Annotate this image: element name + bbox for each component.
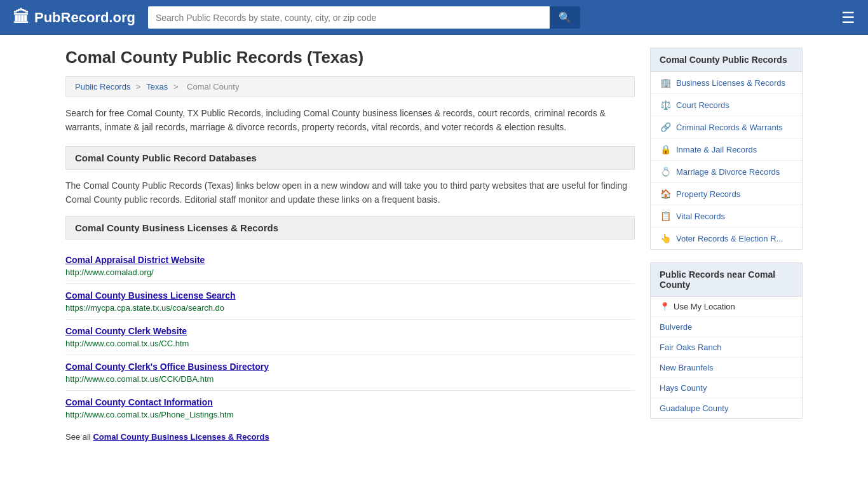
business-section-header: Comal County Business Licenses & Records: [65, 216, 635, 240]
record-title-4[interactable]: Comal County Contact Information: [65, 397, 635, 407]
nearby-label-2: Fair Oaks Ranch: [660, 342, 722, 352]
sidebar-link-label-1: Court Records: [676, 100, 729, 110]
record-entry: Comal County Clerk's Office Business Dir…: [65, 355, 635, 391]
breadcrumb: Public Records > Texas > Comal County: [65, 76, 635, 97]
databases-description: The Comal County Public Records (Texas) …: [65, 179, 635, 207]
menu-button[interactable]: ☰: [841, 9, 855, 27]
sidebar-link-6[interactable]: 📋Vital Records: [651, 205, 802, 227]
building-icon: 🏛: [13, 8, 29, 27]
sidebar-link-label-6: Vital Records: [676, 212, 725, 221]
record-title-1[interactable]: Comal County Business License Search: [65, 290, 635, 301]
breadcrumb-texas[interactable]: Texas: [146, 82, 168, 92]
record-entry: Comal County Business License Search htt…: [65, 284, 635, 320]
record-entry: Comal Appraisal District Website http://…: [65, 248, 635, 284]
sidebar-links: 🏢Business Licenses & Records⚖️Court Reco…: [651, 72, 802, 249]
sidebar-icon-6: 📋: [660, 211, 671, 221]
sidebar-icon-0: 🏢: [660, 78, 671, 88]
logo[interactable]: 🏛 PubRecord.org: [13, 8, 135, 27]
page-description: Search for free Comal County, TX Public …: [65, 106, 635, 135]
content-area: Comal County Public Records (Texas) Publ…: [65, 48, 635, 442]
sidebar-link-0[interactable]: 🏢Business Licenses & Records: [651, 72, 802, 94]
nearby-label-1: Bulverde: [660, 322, 692, 332]
sidebar-icon-1: ⚖️: [660, 100, 671, 110]
nearby-item-0[interactable]: 📍Use My Location: [651, 297, 802, 317]
sidebar-nearby-header: Public Records near Comal County: [651, 263, 802, 297]
search-button[interactable]: 🔍: [550, 6, 580, 29]
record-entry: Comal County Contact Information http://…: [65, 391, 635, 426]
main-container: Comal County Public Records (Texas) Publ…: [53, 35, 815, 454]
nearby-item-3[interactable]: New Braunfels: [651, 358, 802, 378]
record-url-2: http://www.co.comal.tx.us/CC.htm: [65, 339, 189, 348]
breadcrumb-public-records[interactable]: Public Records: [75, 82, 130, 92]
nearby-label-5: Guadalupe County: [660, 403, 728, 413]
sidebar-link-label-7: Voter Records & Election R...: [676, 234, 783, 243]
sidebar-link-label-5: Property Records: [676, 189, 740, 199]
nearby-label-4: Hays County: [660, 383, 707, 393]
sidebar-link-label-2: Criminal Records & Warrants: [676, 123, 783, 132]
nearby-label-0: Use My Location: [674, 302, 735, 311]
sidebar-icon-5: 🏠: [660, 189, 671, 199]
sidebar-nearby-list: 📍Use My LocationBulverdeFair Oaks RanchN…: [651, 297, 802, 418]
nearby-label-3: New Braunfels: [660, 363, 714, 372]
sidebar-icon-3: 🔒: [660, 144, 671, 154]
sidebar-public-records-header: Comal County Public Records: [651, 48, 802, 72]
records-list: Comal Appraisal District Website http://…: [65, 248, 635, 426]
nearby-item-5[interactable]: Guadalupe County: [651, 398, 802, 418]
see-all-link[interactable]: Comal County Business Licenses & Records: [93, 432, 269, 442]
sidebar-icon-7: 👆: [660, 233, 671, 243]
nearby-item-2[interactable]: Fair Oaks Ranch: [651, 337, 802, 358]
record-url-0: http://www.comalad.org/: [65, 268, 154, 277]
record-title-0[interactable]: Comal Appraisal District Website: [65, 255, 635, 265]
search-bar: 🔍: [148, 6, 580, 29]
record-url-4: http://www.co.comal.tx.us/Phone_Listings…: [65, 410, 233, 419]
sidebar-link-label-0: Business Licenses & Records: [676, 78, 785, 88]
nearby-item-1[interactable]: Bulverde: [651, 317, 802, 337]
location-icon: 📍: [660, 302, 670, 311]
sidebar: Comal County Public Records 🏢Business Li…: [650, 48, 803, 442]
breadcrumb-comal: Comal County: [187, 82, 239, 92]
sidebar-link-label-4: Marriage & Divorce Records: [676, 167, 780, 177]
see-all-text: See all Comal County Business Licenses &…: [65, 432, 635, 442]
sidebar-icon-2: 🔗: [660, 122, 671, 132]
sidebar-link-7[interactable]: 👆Voter Records & Election R...: [651, 227, 802, 249]
sidebar-link-label-3: Inmate & Jail Records: [676, 145, 757, 154]
record-url-3: http://www.co.comal.tx.us/CCK/DBA.htm: [65, 374, 214, 384]
record-title-2[interactable]: Comal County Clerk Website: [65, 326, 635, 336]
record-entry: Comal County Clerk Website http://www.co…: [65, 320, 635, 355]
record-title-3[interactable]: Comal County Clerk's Office Business Dir…: [65, 362, 635, 372]
sidebar-link-4[interactable]: 💍Marriage & Divorce Records: [651, 161, 802, 183]
sidebar-nearby-box: Public Records near Comal County 📍Use My…: [650, 262, 803, 419]
sidebar-link-5[interactable]: 🏠Property Records: [651, 183, 802, 205]
nearby-item-4[interactable]: Hays County: [651, 378, 802, 398]
search-input[interactable]: [148, 6, 550, 29]
sidebar-link-1[interactable]: ⚖️Court Records: [651, 94, 802, 116]
sidebar-icon-4: 💍: [660, 166, 671, 177]
sidebar-link-3[interactable]: 🔒Inmate & Jail Records: [651, 139, 802, 161]
sidebar-public-records-box: Comal County Public Records 🏢Business Li…: [650, 48, 803, 250]
record-url-1: https://mycpa.cpa.state.tx.us/coa/search…: [65, 303, 224, 313]
sidebar-link-2[interactable]: 🔗Criminal Records & Warrants: [651, 116, 802, 139]
page-title: Comal County Public Records (Texas): [65, 48, 635, 67]
logo-text: PubRecord.org: [34, 10, 135, 26]
databases-section-header: Comal County Public Record Databases: [65, 146, 635, 170]
